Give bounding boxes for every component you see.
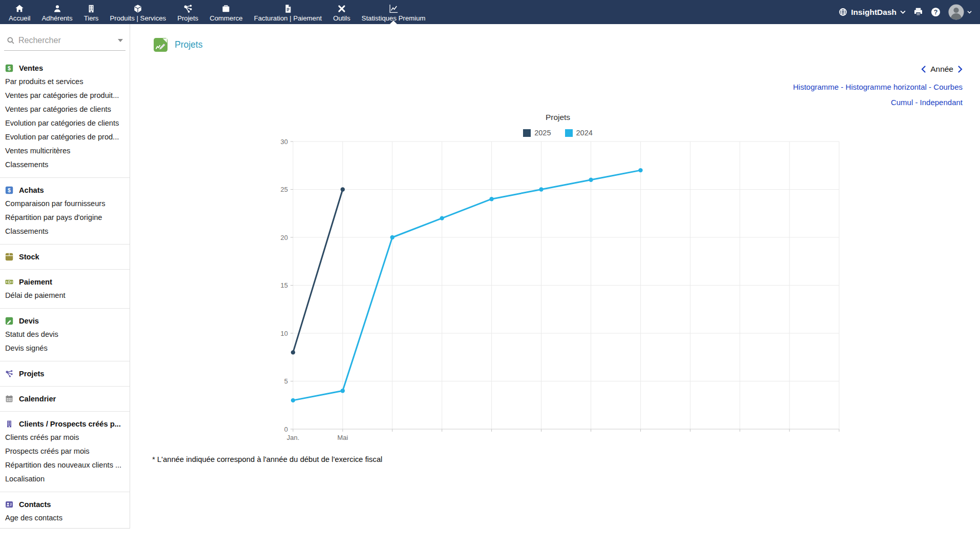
sidebar-section-achats: $AchatsComparaison par fournisseursRépar… bbox=[0, 177, 130, 244]
sidebar-item-prospects-crees-par-mois[interactable]: Prospects créés par mois bbox=[0, 444, 130, 458]
sidebar-section-header-achats[interactable]: $Achats bbox=[0, 183, 130, 197]
sidebar-section-ventes: $VentesPar produits et servicesVentes pa… bbox=[0, 56, 130, 177]
sidebar-item-age-des-contacts[interactable]: Age des contacts bbox=[0, 511, 130, 525]
sidebar-section-title: Paiement bbox=[19, 278, 52, 286]
nav-item-produits-services[interactable]: Produits | Services bbox=[104, 0, 172, 24]
link-separator: - bbox=[913, 98, 920, 107]
sidebar-section-title: Clients / Prospects créés p... bbox=[19, 420, 121, 428]
sidebar-section-header-paiement[interactable]: Paiement bbox=[0, 275, 130, 289]
nav-item-facturation-paiement[interactable]: Facturation | Paiement bbox=[248, 0, 327, 24]
sidebar-item-classements[interactable]: Classements bbox=[0, 158, 130, 172]
search-icon bbox=[7, 36, 15, 45]
svg-text:30: 30 bbox=[281, 138, 288, 146]
sidebar-item-statut-des-devis[interactable]: Statut des devis bbox=[0, 328, 130, 341]
sidebar-item-ventes-multicriteres[interactable]: Ventes multicritères bbox=[0, 144, 130, 158]
sidebar-section-header-contacts[interactable]: Contacts bbox=[0, 497, 130, 511]
sidebar-item-devis-signes[interactable]: Devis signés bbox=[0, 341, 130, 355]
globe-icon bbox=[839, 8, 847, 16]
sidebar-section-header-stock[interactable]: Stock bbox=[0, 250, 130, 264]
legend-item-2025[interactable]: 2025 bbox=[523, 129, 551, 137]
chart-icon bbox=[389, 4, 398, 13]
building-icon bbox=[5, 420, 13, 428]
idcard-icon bbox=[5, 500, 13, 509]
sidebar-item-localisation[interactable]: Localisation bbox=[0, 472, 130, 486]
brand-menu[interactable]: InsightDash bbox=[839, 8, 906, 17]
previous-year-button[interactable] bbox=[921, 66, 926, 73]
sitemap-icon bbox=[183, 4, 193, 13]
chart-header: Projets 20252024 bbox=[277, 109, 839, 137]
nav-item-commerce[interactable]: Commerce bbox=[204, 0, 248, 24]
nav-item-label: Produits | Services bbox=[110, 14, 166, 22]
receipt-icon: $ bbox=[5, 64, 13, 72]
main-menu: AccueilAdhérentsTiersProduits | Services… bbox=[0, 0, 431, 24]
user-menu[interactable] bbox=[948, 4, 972, 20]
invoice-icon bbox=[283, 4, 293, 13]
nav-item-label: Facturation | Paiement bbox=[254, 14, 322, 22]
legend-label: 2024 bbox=[576, 129, 593, 137]
page-title: Projets bbox=[175, 39, 202, 50]
legend-swatch bbox=[523, 129, 531, 137]
chart-mode-link-independant[interactable]: Independant bbox=[920, 98, 963, 107]
nav-item-tiers[interactable]: Tiers bbox=[78, 0, 105, 24]
help-button[interactable]: ? bbox=[931, 7, 941, 17]
sidebar-section-header-calendrier[interactable]: Calendrier bbox=[0, 392, 130, 406]
period-label: Année bbox=[930, 65, 953, 74]
sidebar-section-header-clients-prospects-crees-p[interactable]: Clients / Prospects créés p... bbox=[0, 417, 130, 431]
sidebar-item-comparaison-par-fournisseurs[interactable]: Comparaison par fournisseurs bbox=[0, 197, 130, 211]
sidebar-item-evolution-par-categories-de-prod[interactable]: Evolution par catégories de prod... bbox=[0, 130, 130, 144]
chart-title: Projets bbox=[277, 113, 839, 122]
sidebar-section-title: Calendrier bbox=[19, 395, 56, 403]
next-year-button[interactable] bbox=[958, 66, 963, 73]
sidebar-item-evolution-par-categories-de-clients[interactable]: Evolution par catégories de clients bbox=[0, 116, 130, 130]
sidebar-item-delai-de-paiement[interactable]: Délai de paiement bbox=[0, 289, 130, 302]
nav-item-statistiques-premium[interactable]: Statistiques Premium bbox=[356, 0, 431, 24]
nav-item-label: Outils bbox=[333, 14, 350, 22]
sidebar-section-header-projets[interactable]: Projets bbox=[0, 367, 130, 380]
sidebar-item-ventes-par-categories-de-clients[interactable]: Ventes par catégories de clients bbox=[0, 103, 130, 116]
chart-type-link-histogramme[interactable]: Histogramme bbox=[793, 83, 839, 91]
sidebar-section-header-ventes[interactable]: $Ventes bbox=[0, 61, 130, 75]
tools-icon bbox=[337, 4, 346, 13]
svg-text:?: ? bbox=[934, 9, 938, 16]
avatar bbox=[948, 4, 964, 20]
nav-item-projets[interactable]: Projets bbox=[172, 0, 204, 24]
calendar-icon bbox=[5, 395, 13, 403]
nav-item-accueil[interactable]: Accueil bbox=[3, 0, 36, 24]
sidebar-item-repartition-des-nouveaux-clients[interactable]: Répartition des nouveaux clients ... bbox=[0, 458, 130, 472]
nav-item-outils[interactable]: Outils bbox=[327, 0, 356, 24]
print-button[interactable] bbox=[913, 7, 923, 17]
legend-item-2024[interactable]: 2024 bbox=[565, 129, 593, 137]
legend-swatch bbox=[565, 129, 573, 137]
sidebar-item-ventes-par-categories-de-produit[interactable]: Ventes par catégories de produit... bbox=[0, 89, 130, 103]
svg-text:$: $ bbox=[8, 65, 11, 71]
sidebar-item-repartition-par-pays-d-origine[interactable]: Répartition par pays d'origine bbox=[0, 211, 130, 225]
building-icon bbox=[87, 4, 96, 13]
sidebar-search bbox=[4, 31, 126, 51]
search-input[interactable] bbox=[15, 36, 118, 45]
chart-type-link-courbes[interactable]: Courbes bbox=[933, 83, 963, 91]
nav-item-label: Tiers bbox=[84, 14, 99, 22]
sidebar-section-header-devis[interactable]: Devis bbox=[0, 314, 130, 328]
sidebar-item-clients-crees-par-mois[interactable]: Clients créés par mois bbox=[0, 431, 130, 444]
sidebar-item-classements[interactable]: Classements bbox=[0, 225, 130, 238]
active-tab-caret bbox=[390, 21, 397, 24]
period-navigation: Année bbox=[921, 65, 963, 74]
brand-label: InsightDash bbox=[851, 8, 896, 17]
svg-text:5: 5 bbox=[284, 377, 288, 385]
sidebar-section-stock: Stock bbox=[0, 244, 130, 269]
chart-mode-link-cumul[interactable]: Cumul bbox=[891, 98, 913, 107]
fiscal-year-footnote: * L'année indiquée correspond à l'année … bbox=[152, 455, 382, 463]
project-stats-icon bbox=[154, 38, 168, 52]
sidebar-section-devis: DevisStatut des devisDevis signés bbox=[0, 308, 130, 361]
sidebar-item-par-produits-et-services[interactable]: Par produits et services bbox=[0, 75, 130, 89]
caret-down-icon[interactable] bbox=[118, 39, 123, 42]
navbar-right: InsightDash ? bbox=[839, 0, 980, 24]
link-separator: - bbox=[839, 83, 845, 91]
nav-item-label: Commerce bbox=[210, 14, 242, 22]
sidebar-section-paiement: PaiementDélai de paiement bbox=[0, 269, 130, 308]
cube-icon bbox=[133, 4, 142, 13]
sidebar-section-title: Devis bbox=[19, 317, 39, 325]
nav-item-adherents[interactable]: Adhérents bbox=[36, 0, 78, 24]
chart-type-link-histogramme-horizontal[interactable]: Histogramme horizontal bbox=[846, 83, 927, 91]
chevron-down-icon bbox=[967, 10, 972, 14]
